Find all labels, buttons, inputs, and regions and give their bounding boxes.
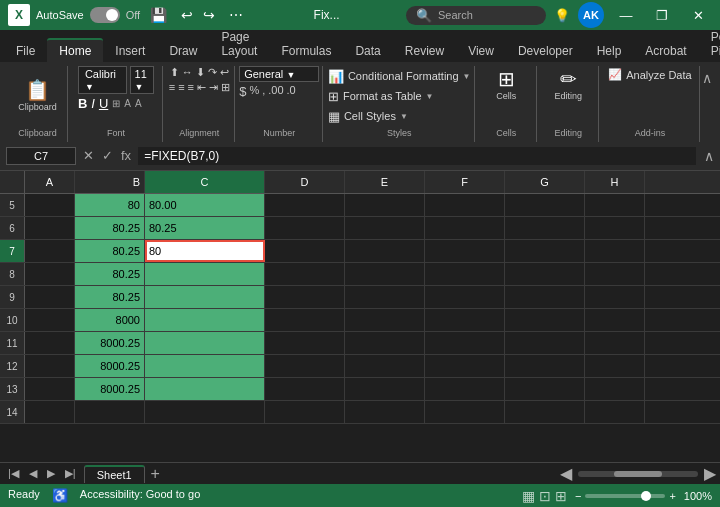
col-header-a[interactable]: A [25,171,75,193]
undo-button[interactable]: ↩ [177,5,197,25]
sheet-scroll-right[interactable]: ▶ [704,464,716,483]
align-left-icon[interactable]: ≡ [169,81,175,94]
sheet-nav-next[interactable]: ▶ [43,465,59,482]
cell[interactable] [265,378,345,400]
cell[interactable] [25,240,75,262]
cell[interactable] [345,194,425,216]
row-number[interactable]: 7 [0,240,25,262]
redo-button[interactable]: ↪ [199,5,219,25]
maximize-button[interactable]: ❐ [648,5,676,25]
italic-button[interactable]: I [91,96,95,111]
cell[interactable] [585,401,645,423]
tab-draw[interactable]: Draw [157,40,209,62]
page-break-view-button[interactable]: ⊞ [555,488,567,504]
align-middle-icon[interactable]: ↔ [182,66,193,79]
font-family-dropdown[interactable]: Calibri ▼ [78,66,127,94]
row-number[interactable]: 13 [0,378,25,400]
cell[interactable] [265,263,345,285]
tab-formulas[interactable]: Formulas [269,40,343,62]
ribbon-collapse-button[interactable]: ∧ [702,70,712,86]
cell[interactable] [345,378,425,400]
cell[interactable] [345,401,425,423]
cell[interactable] [345,332,425,354]
col-header-g[interactable]: G [505,171,585,193]
row-number[interactable]: 9 [0,286,25,308]
close-button[interactable]: ✕ [684,5,712,25]
zoom-slider[interactable] [585,494,665,498]
cell[interactable] [505,355,585,377]
more-tools-button[interactable]: ⋯ [225,5,247,25]
tab-page-layout[interactable]: Page Layout [209,26,269,62]
col-header-f[interactable]: F [425,171,505,193]
currency-icon[interactable]: $ [239,84,246,99]
tab-acrobat[interactable]: Acrobat [633,40,698,62]
number-format-dropdown[interactable]: General ▼ [239,66,319,82]
increase-decimal-icon[interactable]: .0 [287,84,296,99]
format-as-table-button[interactable]: ⊞ Format as Table ▼ [322,87,440,106]
comma-icon[interactable]: , [262,84,265,99]
autosave-toggle[interactable] [90,7,120,23]
cell[interactable]: 80.25 [145,217,265,239]
cell[interactable] [585,217,645,239]
tab-insert[interactable]: Insert [103,40,157,62]
cell[interactable]: 8000.25 [75,332,145,354]
font-size-dropdown[interactable]: 11 ▼ [130,66,154,94]
cell[interactable] [345,309,425,331]
cell[interactable] [345,263,425,285]
cell[interactable] [585,286,645,308]
cell[interactable] [425,378,505,400]
align-top-icon[interactable]: ⬆ [170,66,179,79]
col-header-h[interactable]: H [585,171,645,193]
cell[interactable] [425,286,505,308]
lightbulb-icon[interactable]: 💡 [554,8,570,23]
tab-review[interactable]: Review [393,40,456,62]
row-number[interactable]: 5 [0,194,25,216]
sheet-tab-sheet1[interactable]: Sheet1 [84,465,145,483]
cell[interactable] [145,332,265,354]
cell[interactable]: 80 [145,240,265,262]
cell[interactable] [75,401,145,423]
cell[interactable] [25,378,75,400]
cell[interactable]: 80.25 [75,286,145,308]
align-right-icon[interactable]: ≡ [188,81,194,94]
cell[interactable] [585,263,645,285]
cell[interactable] [25,401,75,423]
cell[interactable] [505,194,585,216]
sheet-nav-prev[interactable]: ◀ [25,465,41,482]
cell[interactable] [505,263,585,285]
cell[interactable] [505,401,585,423]
row-number[interactable]: 14 [0,401,25,423]
col-header-b[interactable]: B [75,171,145,193]
cell[interactable] [265,194,345,216]
cell[interactable] [425,240,505,262]
decrease-decimal-icon[interactable]: .00 [268,84,283,99]
name-box[interactable] [6,147,76,165]
cell[interactable] [585,194,645,216]
cell[interactable] [425,309,505,331]
col-header-d[interactable]: D [265,171,345,193]
cell[interactable] [265,217,345,239]
cell[interactable] [505,332,585,354]
merge-cells-icon[interactable]: ⊞ [221,81,230,94]
tab-power-pivot[interactable]: Power Pivot [699,26,720,62]
cell[interactable]: 80 [75,194,145,216]
tab-file[interactable]: File [4,40,47,62]
cell[interactable]: 80.00 [145,194,265,216]
cell[interactable] [505,309,585,331]
cell[interactable] [425,194,505,216]
text-direction-icon[interactable]: ↷ [208,66,217,79]
cell[interactable] [505,286,585,308]
percent-icon[interactable]: % [249,84,259,99]
cell[interactable]: 80.25 [75,240,145,262]
col-header-c[interactable]: C [145,171,265,193]
cell[interactable] [145,401,265,423]
tab-home[interactable]: Home [47,38,103,62]
horizontal-scrollbar[interactable] [578,471,698,477]
formula-bar-collapse[interactable]: ∧ [704,148,714,164]
add-sheet-button[interactable]: + [145,465,166,483]
tab-view[interactable]: View [456,40,506,62]
normal-view-button[interactable]: ▦ [522,488,535,504]
tab-data[interactable]: Data [343,40,392,62]
cell[interactable]: 8000 [75,309,145,331]
increase-indent-icon[interactable]: ⇥ [209,81,218,94]
